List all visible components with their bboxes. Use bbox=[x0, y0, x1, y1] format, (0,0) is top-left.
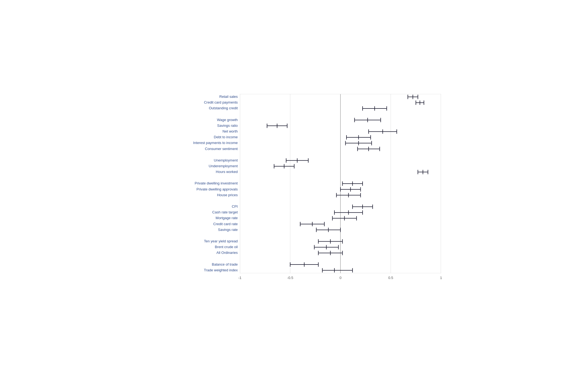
y-label-credit-card-rate: Credit card rate bbox=[147, 222, 238, 227]
y-label-ten-year-yield-spread: Ten year yield spread bbox=[147, 239, 238, 244]
x-tick-label-2: 0 bbox=[339, 276, 341, 280]
y-label-consumer-sentiment: Consumer sentiment bbox=[147, 147, 238, 151]
y-label-debt-to-income: Debt to income bbox=[147, 135, 238, 140]
y-label-cash-rate-target: Cash rate target bbox=[147, 210, 238, 215]
x-tick-label-3: 0.5 bbox=[388, 276, 393, 280]
y-axis-labels: Retail salesCredit card paymentsOutstand… bbox=[147, 94, 240, 282]
y-label-trade-weighted-index: Trade weighted index bbox=[147, 268, 238, 273]
y-label-credit-card-payments: Credit card payments bbox=[147, 100, 238, 105]
y-label-cpi: CPI bbox=[147, 204, 238, 209]
y-label-wage-growth: Wage growth bbox=[147, 118, 238, 122]
y-label-retail-sales: Retail sales bbox=[147, 95, 238, 99]
y-label-unemployment: Unemployment bbox=[147, 158, 238, 163]
y-label-hours-worked: Hours worked bbox=[147, 170, 238, 174]
y-label-savings-rate: Savings rate bbox=[147, 228, 238, 232]
svg-area bbox=[240, 94, 441, 273]
y-label-outstanding-credit: Outstanding credit bbox=[147, 106, 238, 111]
y-label-private-dwelling-investment: Private dwelling investment bbox=[147, 181, 238, 186]
chart-container: Retail salesCredit card paymentsOutstand… bbox=[147, 94, 441, 282]
x-tick-label-4: 1 bbox=[440, 276, 442, 280]
x-axis-labels: -1-0.500.51 bbox=[240, 273, 441, 282]
y-label-mortgage-rate: Mortgage rate bbox=[147, 216, 238, 221]
x-tick-label-1: -0.5 bbox=[287, 276, 293, 280]
plot-area: -1-0.500.51 bbox=[240, 94, 441, 282]
y-label-interest-payments-to-income: Interest payments to income bbox=[147, 141, 238, 145]
y-label-balance-of-trade: Balance of trade bbox=[147, 262, 238, 267]
y-label-net-worth: Net worth bbox=[147, 129, 238, 134]
y-label-brent-crude-oil: Brent crude oil bbox=[147, 245, 238, 249]
y-label-house-prices: House prices bbox=[147, 193, 238, 198]
y-label-underemployment: Underemployment bbox=[147, 164, 238, 169]
y-label-all-ordinaries: All Ordinaries bbox=[147, 251, 238, 255]
x-tick-label-0: -1 bbox=[238, 276, 242, 280]
y-label-savings-ratio: Savings ratio bbox=[147, 124, 238, 128]
y-label-private-dwelling-approvals: Private dwelling approvals bbox=[147, 187, 238, 192]
chart-svg bbox=[240, 94, 441, 273]
